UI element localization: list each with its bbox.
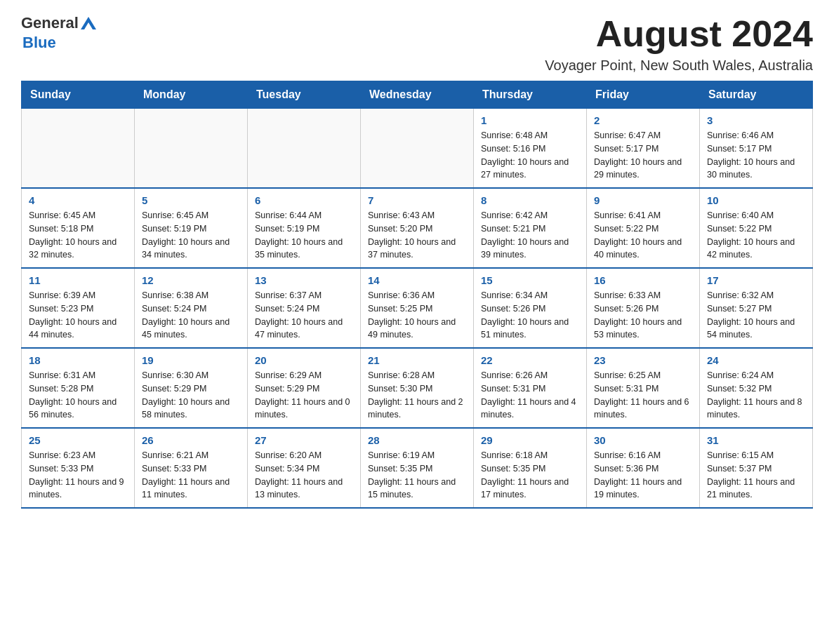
day-info: Sunrise: 6:28 AMSunset: 5:30 PMDaylight:…: [368, 369, 466, 422]
day-number: 9: [594, 194, 692, 206]
day-info: Sunrise: 6:16 AMSunset: 5:36 PMDaylight:…: [594, 449, 692, 502]
day-number: 5: [142, 194, 240, 206]
logo-triangle-icon: [81, 17, 96, 29]
calendar-day-cell: 14 Sunrise: 6:36 AMSunset: 5:25 PMDaylig…: [361, 268, 474, 348]
day-info: Sunrise: 6:29 AMSunset: 5:29 PMDaylight:…: [255, 369, 353, 422]
calendar-week-row: 25 Sunrise: 6:23 AMSunset: 5:33 PMDaylig…: [22, 428, 813, 508]
day-number: 22: [481, 354, 579, 366]
calendar-week-row: 1 Sunrise: 6:48 AMSunset: 5:16 PMDayligh…: [22, 109, 813, 189]
calendar-day-cell: 27 Sunrise: 6:20 AMSunset: 5:34 PMDaylig…: [248, 428, 361, 508]
calendar-table: Sunday Monday Tuesday Wednesday Thursday…: [21, 81, 813, 509]
day-number: 18: [29, 354, 127, 366]
day-info: Sunrise: 6:40 AMSunset: 5:22 PMDaylight:…: [707, 209, 805, 262]
day-info: Sunrise: 6:24 AMSunset: 5:32 PMDaylight:…: [707, 369, 805, 422]
calendar-day-cell: 17 Sunrise: 6:32 AMSunset: 5:27 PMDaylig…: [700, 268, 813, 348]
day-info: Sunrise: 6:18 AMSunset: 5:35 PMDaylight:…: [481, 449, 579, 502]
day-info: Sunrise: 6:48 AMSunset: 5:16 PMDaylight:…: [481, 129, 579, 182]
month-title: August 2024: [545, 14, 813, 54]
day-number: 28: [368, 434, 466, 446]
day-info: Sunrise: 6:19 AMSunset: 5:35 PMDaylight:…: [368, 449, 466, 502]
title-section: August 2024 Voyager Point, New South Wal…: [545, 14, 813, 74]
calendar-day-cell: 2 Sunrise: 6:47 AMSunset: 5:17 PMDayligh…: [587, 109, 700, 189]
day-info: Sunrise: 6:15 AMSunset: 5:37 PMDaylight:…: [707, 449, 805, 502]
day-number: 17: [707, 274, 805, 286]
calendar-day-cell: 3 Sunrise: 6:46 AMSunset: 5:17 PMDayligh…: [700, 109, 813, 189]
day-info: Sunrise: 6:45 AMSunset: 5:18 PMDaylight:…: [29, 209, 127, 262]
calendar-header-row: Sunday Monday Tuesday Wednesday Thursday…: [22, 81, 813, 109]
calendar-day-cell: 24 Sunrise: 6:24 AMSunset: 5:32 PMDaylig…: [700, 348, 813, 428]
day-info: Sunrise: 6:38 AMSunset: 5:24 PMDaylight:…: [142, 289, 240, 342]
day-number: 24: [707, 354, 805, 366]
day-info: Sunrise: 6:41 AMSunset: 5:22 PMDaylight:…: [594, 209, 692, 262]
day-number: 30: [594, 434, 692, 446]
day-info: Sunrise: 6:46 AMSunset: 5:17 PMDaylight:…: [707, 129, 805, 182]
day-number: 2: [594, 114, 692, 126]
day-info: Sunrise: 6:44 AMSunset: 5:19 PMDaylight:…: [255, 209, 353, 262]
day-number: 4: [29, 194, 127, 206]
logo-blue-text: Blue: [22, 34, 56, 52]
calendar-day-cell: 7 Sunrise: 6:43 AMSunset: 5:20 PMDayligh…: [361, 188, 474, 268]
header-sunday: Sunday: [22, 81, 135, 109]
calendar-day-cell: 19 Sunrise: 6:30 AMSunset: 5:29 PMDaylig…: [135, 348, 248, 428]
calendar-day-cell: [361, 109, 474, 189]
day-info: Sunrise: 6:30 AMSunset: 5:29 PMDaylight:…: [142, 369, 240, 422]
calendar-day-cell: 15 Sunrise: 6:34 AMSunset: 5:26 PMDaylig…: [474, 268, 587, 348]
day-number: 27: [255, 434, 353, 446]
calendar-day-cell: 22 Sunrise: 6:26 AMSunset: 5:31 PMDaylig…: [474, 348, 587, 428]
calendar-day-cell: 9 Sunrise: 6:41 AMSunset: 5:22 PMDayligh…: [587, 188, 700, 268]
calendar-day-cell: [22, 109, 135, 189]
calendar-day-cell: 12 Sunrise: 6:38 AMSunset: 5:24 PMDaylig…: [135, 268, 248, 348]
calendar-day-cell: 25 Sunrise: 6:23 AMSunset: 5:33 PMDaylig…: [22, 428, 135, 508]
day-info: Sunrise: 6:32 AMSunset: 5:27 PMDaylight:…: [707, 289, 805, 342]
header-wednesday: Wednesday: [361, 81, 474, 109]
day-number: 3: [707, 114, 805, 126]
calendar-day-cell: 18 Sunrise: 6:31 AMSunset: 5:28 PMDaylig…: [22, 348, 135, 428]
day-number: 11: [29, 274, 127, 286]
day-number: 21: [368, 354, 466, 366]
calendar-day-cell: 26 Sunrise: 6:21 AMSunset: 5:33 PMDaylig…: [135, 428, 248, 508]
day-number: 6: [255, 194, 353, 206]
day-info: Sunrise: 6:43 AMSunset: 5:20 PMDaylight:…: [368, 209, 466, 262]
calendar-day-cell: 8 Sunrise: 6:42 AMSunset: 5:21 PMDayligh…: [474, 188, 587, 268]
logo: General Blue: [21, 14, 96, 52]
header-tuesday: Tuesday: [248, 81, 361, 109]
day-number: 20: [255, 354, 353, 366]
day-number: 7: [368, 194, 466, 206]
calendar-day-cell: 6 Sunrise: 6:44 AMSunset: 5:19 PMDayligh…: [248, 188, 361, 268]
calendar-day-cell: 10 Sunrise: 6:40 AMSunset: 5:22 PMDaylig…: [700, 188, 813, 268]
location-title: Voyager Point, New South Wales, Australi…: [545, 58, 813, 74]
header-thursday: Thursday: [474, 81, 587, 109]
day-number: 12: [142, 274, 240, 286]
day-number: 10: [707, 194, 805, 206]
day-number: 19: [142, 354, 240, 366]
day-info: Sunrise: 6:47 AMSunset: 5:17 PMDaylight:…: [594, 129, 692, 182]
calendar-week-row: 18 Sunrise: 6:31 AMSunset: 5:28 PMDaylig…: [22, 348, 813, 428]
logo-general-text: General: [21, 14, 79, 32]
day-info: Sunrise: 6:37 AMSunset: 5:24 PMDaylight:…: [255, 289, 353, 342]
calendar-day-cell: 11 Sunrise: 6:39 AMSunset: 5:23 PMDaylig…: [22, 268, 135, 348]
calendar-day-cell: 1 Sunrise: 6:48 AMSunset: 5:16 PMDayligh…: [474, 109, 587, 189]
calendar-day-cell: [135, 109, 248, 189]
day-info: Sunrise: 6:45 AMSunset: 5:19 PMDaylight:…: [142, 209, 240, 262]
calendar-day-cell: 21 Sunrise: 6:28 AMSunset: 5:30 PMDaylig…: [361, 348, 474, 428]
header-monday: Monday: [135, 81, 248, 109]
calendar-week-row: 4 Sunrise: 6:45 AMSunset: 5:18 PMDayligh…: [22, 188, 813, 268]
day-info: Sunrise: 6:26 AMSunset: 5:31 PMDaylight:…: [481, 369, 579, 422]
calendar-day-cell: 31 Sunrise: 6:15 AMSunset: 5:37 PMDaylig…: [700, 428, 813, 508]
header-saturday: Saturday: [700, 81, 813, 109]
calendar-day-cell: 5 Sunrise: 6:45 AMSunset: 5:19 PMDayligh…: [135, 188, 248, 268]
day-info: Sunrise: 6:20 AMSunset: 5:34 PMDaylight:…: [255, 449, 353, 502]
day-info: Sunrise: 6:42 AMSunset: 5:21 PMDaylight:…: [481, 209, 579, 262]
day-info: Sunrise: 6:21 AMSunset: 5:33 PMDaylight:…: [142, 449, 240, 502]
calendar-day-cell: 29 Sunrise: 6:18 AMSunset: 5:35 PMDaylig…: [474, 428, 587, 508]
day-number: 23: [594, 354, 692, 366]
calendar-day-cell: 4 Sunrise: 6:45 AMSunset: 5:18 PMDayligh…: [22, 188, 135, 268]
day-info: Sunrise: 6:31 AMSunset: 5:28 PMDaylight:…: [29, 369, 127, 422]
day-info: Sunrise: 6:34 AMSunset: 5:26 PMDaylight:…: [481, 289, 579, 342]
day-info: Sunrise: 6:25 AMSunset: 5:31 PMDaylight:…: [594, 369, 692, 422]
day-number: 16: [594, 274, 692, 286]
day-info: Sunrise: 6:39 AMSunset: 5:23 PMDaylight:…: [29, 289, 127, 342]
page-header: General Blue August 2024 Voyager Point, …: [21, 14, 813, 74]
day-info: Sunrise: 6:33 AMSunset: 5:26 PMDaylight:…: [594, 289, 692, 342]
calendar-day-cell: 28 Sunrise: 6:19 AMSunset: 5:35 PMDaylig…: [361, 428, 474, 508]
